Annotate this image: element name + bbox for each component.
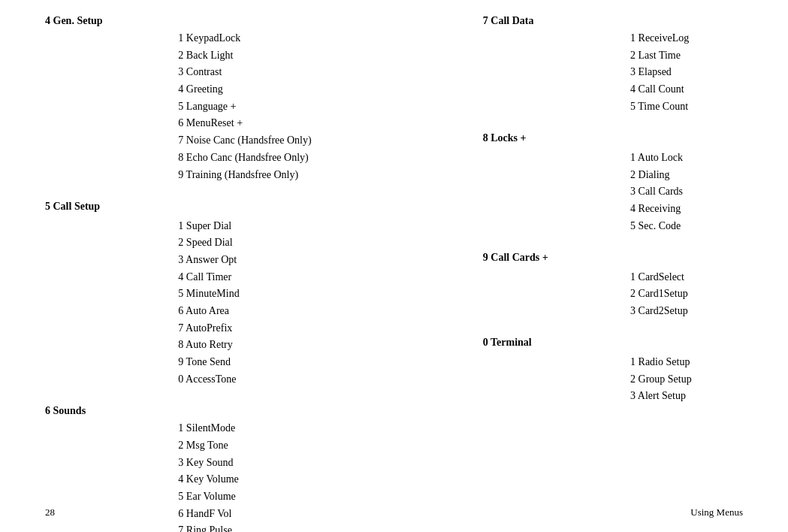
left-spacer-2 [178, 183, 422, 201]
column-gap [423, 420, 483, 437]
right-spacer-2 [630, 320, 743, 337]
right-section-item: 3 Alert Setup [630, 388, 743, 405]
right-section-item: 5 Time Count [630, 98, 743, 116]
column-gap [423, 371, 483, 388]
column-gap [423, 354, 483, 371]
right-header-empty [483, 47, 630, 65]
left-header-empty [45, 320, 178, 337]
left-section-header: 6 Sounds [45, 405, 178, 420]
column-gap [423, 201, 483, 218]
right-section-spacer [630, 252, 743, 269]
left-section-spacer [178, 201, 422, 218]
right-section-spacer [630, 132, 743, 150]
left-header-empty [45, 167, 178, 184]
left-header-empty [45, 354, 178, 371]
left-section-item: 4 Call Timer [178, 269, 422, 286]
left-section-item: 3 Key Sound [178, 455, 422, 472]
right-section-item: 4 Call Count [630, 81, 743, 98]
left-section-item: 1 SilentMode [178, 420, 422, 437]
left-section-item: 6 Auto Area [178, 303, 422, 320]
column-gap [423, 64, 483, 81]
left-section-item: 2 Back Light [178, 47, 422, 65]
right-section-spacer [630, 337, 743, 354]
column-gap [423, 30, 483, 47]
left-header-empty [45, 286, 178, 303]
column-gap [423, 337, 483, 354]
left-header-empty [45, 455, 178, 472]
right-section-item: 5 Sec. Code [630, 218, 743, 235]
left-header-empty [45, 488, 178, 506]
right-header-empty [483, 98, 630, 116]
right-section-item: 4 Receiving [630, 201, 743, 218]
right-header-empty [483, 64, 630, 81]
column-gap [423, 455, 483, 472]
left-section-item: 5 MinuteMind [178, 286, 422, 303]
left-header-empty [45, 337, 178, 354]
right-empty [483, 405, 630, 420]
left-section-item: 3 Answer Opt [178, 252, 422, 269]
section-name: Using Menus [690, 506, 743, 518]
right-section-spacer [630, 15, 743, 30]
left-header-empty [45, 30, 178, 47]
right-header-empty [483, 30, 630, 47]
column-gap [423, 167, 483, 184]
left-spacer-2 [178, 388, 422, 405]
right-header-empty [483, 150, 630, 167]
right-section-item: 2 Group Setup [630, 371, 743, 388]
right-empty [483, 471, 630, 488]
column-gap [423, 15, 483, 30]
page-number: 28 [45, 506, 55, 518]
left-header-empty [45, 218, 178, 235]
left-header-empty [45, 471, 178, 488]
right-header-empty [483, 269, 630, 286]
left-section-item: 2 Msg Tone [178, 437, 422, 455]
left-header-empty [45, 234, 178, 252]
right-header-empty [483, 354, 630, 371]
left-header-empty [45, 437, 178, 455]
left-header-empty [45, 115, 178, 132]
left-header-empty [45, 98, 178, 116]
right-header-empty [483, 286, 630, 303]
left-header-empty [45, 132, 178, 150]
right-section-item: 3 Elapsed [630, 64, 743, 81]
left-header-empty [45, 150, 178, 167]
column-gap [423, 320, 483, 337]
left-section-item: 2 Speed Dial [178, 234, 422, 252]
right-header-empty [483, 167, 630, 184]
left-section-item: 9 Tone Send [178, 354, 422, 371]
right-spacer [483, 115, 630, 132]
column-gap [423, 471, 483, 488]
left-section-item: 4 Greeting [178, 81, 422, 98]
right-empty-2 [630, 437, 743, 455]
left-section-item: 1 Super Dial [178, 218, 422, 235]
right-empty-2 [630, 488, 743, 506]
left-header-empty [45, 81, 178, 98]
right-empty [483, 455, 630, 472]
column-gap [423, 303, 483, 320]
page-footer: 28 Using Menus [45, 506, 743, 518]
right-spacer [483, 234, 630, 252]
left-section-header: 5 Call Setup [45, 201, 178, 218]
right-empty [483, 437, 630, 455]
right-spacer [483, 320, 630, 337]
right-header-empty [483, 303, 630, 320]
column-gap [423, 115, 483, 132]
left-header-empty [45, 371, 178, 388]
left-section-spacer [178, 15, 422, 30]
left-section-item: 0 AccessTone [178, 371, 422, 388]
left-header-empty [45, 64, 178, 81]
right-section-item: 2 Card1Setup [630, 286, 743, 303]
right-section-header: 9 Call Cards + [483, 252, 630, 269]
right-section-item: 3 Card2Setup [630, 303, 743, 320]
column-gap [423, 234, 483, 252]
right-empty [483, 522, 630, 532]
left-section-item: 9 Training (Handsfree Only) [178, 167, 422, 184]
column-gap [423, 488, 483, 506]
right-empty [483, 488, 630, 506]
column-gap [423, 183, 483, 201]
right-header-empty [483, 388, 630, 405]
left-section-item: 7 Noise Canc (Handsfree Only) [178, 132, 422, 150]
left-header-empty [45, 522, 178, 532]
right-header-empty [483, 201, 630, 218]
column-gap [423, 132, 483, 150]
